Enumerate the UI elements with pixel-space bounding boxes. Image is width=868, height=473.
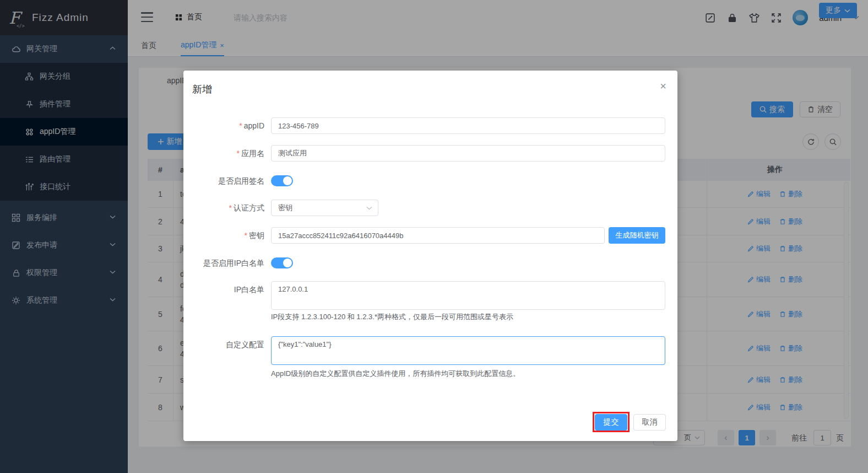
- field-label-ip-white-enabled: 是否启用IP白名单: [183, 255, 264, 271]
- app-name-input[interactable]: [271, 145, 665, 162]
- secret-input[interactable]: [271, 227, 605, 244]
- ip-whitelist-hint: IP段支持 1.2.3.100-120 和 1.2.3.*两种格式，仅最后一段可…: [271, 312, 513, 322]
- field-label-custom-config: 自定义配置: [183, 336, 264, 353]
- submit-button[interactable]: 提交: [595, 414, 627, 431]
- auth-type-select[interactable]: 密钥: [271, 200, 378, 216]
- sign-enabled-toggle[interactable]: [271, 175, 293, 186]
- ip-whitelist-textarea[interactable]: 127.0.0.1: [271, 281, 665, 310]
- generate-secret-button[interactable]: 生成随机密钥: [609, 227, 665, 244]
- custom-config-hint: AppID级别的自定义配置供自定义插件使用，所有插件均可获取到此配置信息。: [271, 369, 520, 379]
- chevron-down-icon: [366, 206, 372, 210]
- field-label-sign-enabled: 是否启用签名: [183, 173, 264, 189]
- field-label-appid: *appID: [183, 117, 264, 134]
- field-label-auth-type: *认证方式: [183, 200, 264, 216]
- field-label-secret: *密钥: [183, 227, 264, 244]
- field-label-app-name: *应用名: [183, 145, 264, 162]
- screen: F</> Fizz Admin 网关管理 网关分组: [0, 0, 868, 473]
- modal-title: 新增: [192, 83, 212, 96]
- ip-whitelist-toggle[interactable]: [271, 257, 293, 268]
- field-label-ip-white: IP白名单: [183, 281, 264, 298]
- add-appid-modal: 新增 × *appID *应用名 是否启用签名 *认证方式 密钥 *密钥 生成随…: [183, 71, 677, 441]
- appid-input[interactable]: [271, 117, 665, 134]
- custom-config-textarea[interactable]: {"key1":"value1"}: [271, 336, 665, 365]
- close-icon[interactable]: ×: [660, 80, 666, 92]
- cancel-button[interactable]: 取消: [633, 414, 666, 431]
